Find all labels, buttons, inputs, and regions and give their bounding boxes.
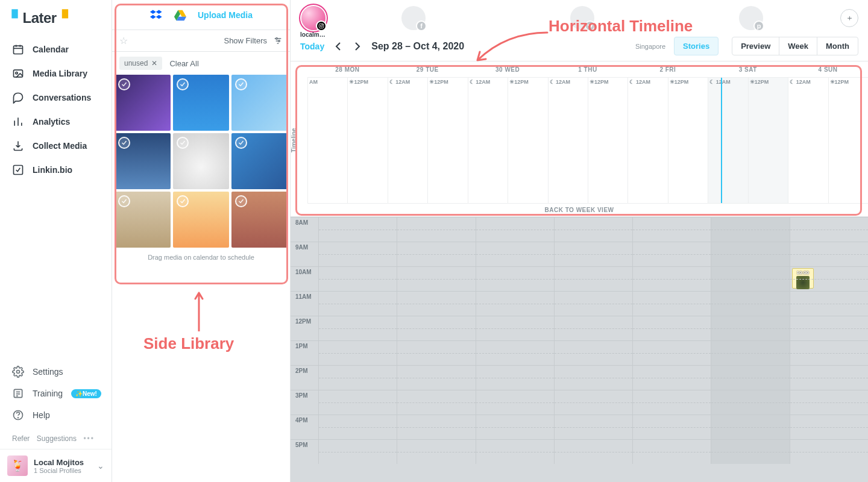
refer-link[interactable]: Refer (12, 434, 30, 443)
calendar-cell[interactable] (790, 390, 868, 415)
scheduled-post-chip[interactable]: 10:00 (792, 268, 814, 289)
calendar-cell[interactable] (711, 316, 789, 340)
timeline-halfday-column[interactable]: ☾ 12AM (708, 78, 747, 203)
profile-avatar-pinterest[interactable]: p (739, 6, 763, 30)
select-check-icon[interactable] (235, 137, 247, 149)
select-check-icon[interactable] (177, 195, 189, 207)
calendar-cell[interactable] (711, 366, 789, 390)
profile-avatar-instagram[interactable] (301, 6, 326, 30)
calendar-cell[interactable] (476, 341, 554, 365)
prev-week-button[interactable] (333, 41, 344, 52)
timeline-halfday-column[interactable]: ☾ 12AM (388, 78, 427, 203)
calendar-cell[interactable] (554, 440, 632, 464)
timeline-halfday-column[interactable]: ☀12PM (427, 78, 467, 203)
timeline-halfday-column[interactable]: ☀12PM (748, 78, 788, 203)
sidebar-item-analytics[interactable]: Analytics (0, 110, 112, 134)
back-to-week-button[interactable]: BACK TO WEEK VIEW (291, 204, 868, 216)
profile-avatar-facebook[interactable]: f (401, 6, 426, 30)
filter-icon[interactable] (273, 36, 283, 46)
calendar-cell[interactable] (318, 267, 397, 291)
calendar-cell[interactable] (790, 341, 868, 365)
next-week-button[interactable] (352, 41, 363, 52)
sidebar-item-training[interactable]: Training✨New! (0, 383, 112, 404)
google-drive-icon[interactable] (174, 8, 187, 22)
calendar-cell[interactable] (632, 242, 711, 266)
calendar-cell[interactable] (711, 415, 789, 439)
sidebar-item-collect-media[interactable]: Collect Media (0, 134, 112, 158)
calendar-cell[interactable] (554, 366, 632, 390)
dropbox-icon[interactable] (149, 8, 163, 22)
calendar-cell[interactable] (632, 218, 711, 242)
calendar-cell[interactable] (318, 218, 397, 242)
calendar-cell[interactable] (790, 415, 868, 439)
sidebar-item-media-library[interactable]: Media Library (0, 61, 112, 86)
calendar-cell[interactable] (554, 242, 632, 266)
suggestions-link[interactable]: Suggestions (37, 434, 77, 443)
account-switcher[interactable]: 🍹 Local Mojitos 1 Social Profiles ⌄ (0, 449, 112, 482)
calendar-cell[interactable] (554, 267, 632, 291)
timezone-label[interactable]: Singapore (635, 43, 665, 50)
calendar-cell[interactable] (397, 267, 475, 291)
timeline-halfday-column[interactable]: ☀12PM (668, 78, 708, 203)
calendar-cell[interactable] (632, 390, 711, 415)
calendar-cell[interactable] (554, 341, 632, 365)
media-thumbnail[interactable] (115, 133, 171, 189)
add-profile-button[interactable]: ＋ (840, 9, 858, 27)
sidebar-item-conversations[interactable]: Conversations (0, 86, 112, 110)
select-check-icon[interactable] (118, 78, 130, 90)
show-filters-button[interactable]: Show Filters (224, 36, 267, 45)
calendar-cell[interactable] (554, 390, 632, 415)
calendar-cell[interactable] (476, 292, 554, 316)
media-thumbnail[interactable] (173, 133, 229, 189)
timeline-halfday-column[interactable]: ☀12PM (828, 78, 868, 203)
sidebar-item-settings[interactable]: Settings (0, 361, 112, 383)
sidebar-item-calendar[interactable]: Calendar (0, 37, 112, 61)
select-check-icon[interactable] (177, 78, 189, 90)
calendar-cell[interactable] (632, 316, 711, 340)
calendar-cell[interactable]: 10:00 (790, 267, 868, 291)
calendar-cell[interactable] (790, 366, 868, 390)
calendar-cell[interactable] (318, 415, 397, 439)
select-check-icon[interactable] (235, 78, 247, 90)
select-check-icon[interactable] (235, 195, 247, 207)
calendar-cell[interactable] (632, 366, 711, 390)
media-thumbnail[interactable] (231, 133, 288, 189)
calendar-cell[interactable] (711, 292, 789, 316)
timeline-halfday-column[interactable]: ☾ 12AM (627, 78, 667, 203)
calendar-cell[interactable] (318, 316, 397, 340)
timeline-grid[interactable]: AM☀12PM☾ 12AM☀12PM☾ 12AM☀12PM☾ 12AM☀12PM… (307, 77, 868, 204)
timeline-halfday-column[interactable]: AM (307, 78, 347, 203)
week-view-button[interactable]: Week (779, 37, 817, 55)
calendar-cell[interactable] (318, 390, 397, 415)
timeline-halfday-column[interactable]: ☾ 12AM (788, 78, 828, 203)
calendar-cell[interactable] (632, 440, 711, 464)
month-view-button[interactable]: Month (817, 37, 858, 55)
calendar-cell[interactable] (318, 341, 397, 365)
media-thumbnail[interactable] (231, 192, 288, 248)
close-icon[interactable]: ✕ (151, 59, 157, 67)
select-check-icon[interactable] (118, 195, 130, 207)
more-icon[interactable]: ••• (83, 434, 95, 443)
calendar-cell[interactable] (790, 316, 868, 340)
timeline-halfday-column[interactable]: ☾ 12AM (468, 78, 508, 203)
media-thumbnail[interactable] (173, 192, 229, 248)
calendar-cell[interactable] (554, 292, 632, 316)
timeline-halfday-column[interactable]: ☀12PM (347, 78, 387, 203)
calendar-cell[interactable] (711, 267, 789, 291)
calendar-cell[interactable] (554, 218, 632, 242)
select-check-icon[interactable] (177, 137, 189, 149)
calendar-cell[interactable] (790, 292, 868, 316)
sidebar-item-help[interactable]: Help (0, 404, 112, 426)
calendar-cell[interactable] (790, 242, 868, 266)
calendar-cell[interactable] (476, 366, 554, 390)
media-thumbnail[interactable] (231, 75, 288, 131)
calendar-cell[interactable] (397, 440, 475, 464)
calendar-cell[interactable] (318, 242, 397, 266)
stories-toggle[interactable]: Stories (674, 37, 719, 55)
calendar-cell[interactable] (711, 440, 789, 464)
calendar-cell[interactable] (318, 366, 397, 390)
sidebar-item-linkin-bio[interactable]: Linkin.bio (0, 158, 112, 182)
calendar-cell[interactable] (397, 341, 475, 365)
week-calendar-grid[interactable]: 8AM9AM10AM10:0011AM12PM1PM2PM3PM4PM5PM (291, 217, 868, 482)
calendar-cell[interactable] (554, 415, 632, 439)
